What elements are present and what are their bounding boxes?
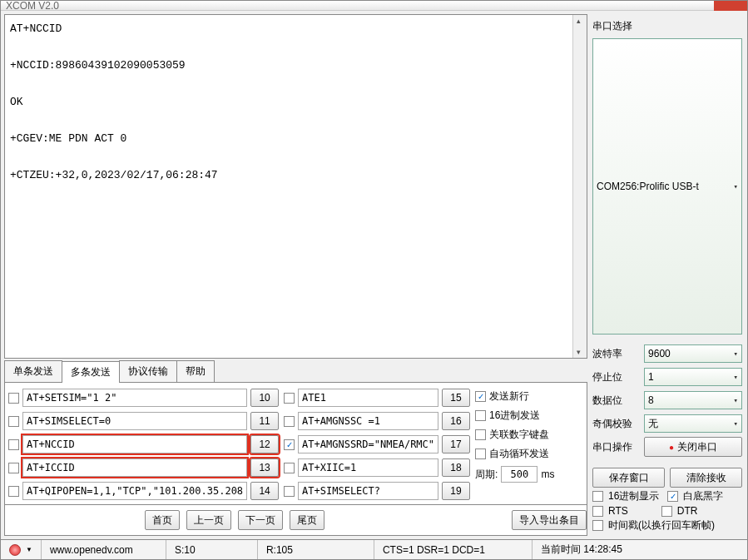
send-row: ATE115 <box>284 388 470 408</box>
lbl-hex-disp: 16进制显示 <box>608 489 659 503</box>
status-recv: R:105 <box>266 544 293 556</box>
status-time: 当前时间 14:28:45 <box>541 543 622 557</box>
lbl-hex-send: 16进制发送 <box>489 409 540 423</box>
tab-protocol[interactable]: 协议传输 <box>119 360 177 382</box>
btn-next-page[interactable]: 下一页 <box>238 510 283 530</box>
period-input[interactable] <box>501 466 537 483</box>
tab-single-send[interactable]: 单条发送 <box>4 360 62 382</box>
send-row-button[interactable]: 10 <box>250 389 279 407</box>
send-row-input[interactable]: AT+AMGNSSRD="NMEA/RMC" <box>298 435 438 453</box>
status-sent: S:10 <box>175 544 196 556</box>
tab-help[interactable]: 帮助 <box>176 360 215 382</box>
send-row: AT+QIPOPEN=1,1,"TCP","101.200.35.20814 <box>8 481 279 501</box>
stop-select[interactable]: 1 <box>644 368 742 386</box>
chk-hex-disp[interactable] <box>592 491 603 502</box>
send-row: AT+ICCID13 <box>8 458 279 478</box>
port-select[interactable]: COM256:Prolific USB-t <box>592 38 742 335</box>
output-scrollbar[interactable] <box>572 15 587 358</box>
data-select[interactable]: 8 <box>644 391 742 409</box>
send-row-checkbox[interactable] <box>8 463 19 473</box>
btn-import-export[interactable]: 导入导出条目 <box>512 510 587 530</box>
chk-newline[interactable] <box>475 391 486 402</box>
send-row-input[interactable]: AT+AMGNSSC =1 <box>298 412 438 430</box>
send-row-checkbox[interactable] <box>284 416 295 427</box>
status-dropdown-icon[interactable]: ▼ <box>26 546 32 553</box>
status-dot-icon <box>9 544 21 556</box>
multi-send-panel: AT+SETSIM="1 2"10AT+SIMSELECT=011AT+NCCI… <box>4 383 587 505</box>
lbl-op: 串口操作 <box>592 440 639 454</box>
close-icon[interactable] <box>714 1 747 11</box>
send-row-button[interactable]: 16 <box>442 412 470 430</box>
lbl-period: 周期: <box>475 468 498 482</box>
send-row-checkbox[interactable] <box>8 439 19 450</box>
title-bar: XCOM V2.0 <box>1 1 747 11</box>
parity-select[interactable]: 无 <box>644 414 742 433</box>
btn-clear-recv[interactable]: 清除接收 <box>670 468 742 488</box>
send-row-checkbox[interactable] <box>8 393 19 404</box>
highlight-box <box>339 15 572 40</box>
send-row-button[interactable]: 14 <box>250 482 279 500</box>
lbl-stop: 停止位 <box>592 370 639 384</box>
send-row-checkbox[interactable] <box>284 393 295 404</box>
send-row-checkbox[interactable] <box>8 486 19 497</box>
lbl-data: 数据位 <box>592 394 639 408</box>
lbl-rts: RTS <box>608 505 628 517</box>
chk-numpad[interactable] <box>475 429 486 440</box>
send-row-checkbox[interactable] <box>8 416 19 427</box>
output-area: AT+NCCID +NCCID:89860439102090053059 OK … <box>4 14 587 359</box>
chk-dtr[interactable] <box>661 506 672 517</box>
lbl-parity: 奇偶校验 <box>592 417 639 431</box>
send-row: AT+SIMSELECT?19 <box>284 481 470 501</box>
lbl-dtr: DTR <box>677 505 698 517</box>
send-row-input[interactable]: AT+QIPOPEN=1,1,"TCP","101.200.35.208 <box>22 482 247 500</box>
lbl-numpad: 关联数字键盘 <box>489 428 549 442</box>
send-options: 发送新行 16进制发送 关联数字键盘 自动循环发送 周期: ms <box>475 388 583 501</box>
send-row-input[interactable]: ATE1 <box>298 389 438 407</box>
chk-auto-loop[interactable] <box>475 448 486 459</box>
chk-white-bg[interactable] <box>667 491 678 502</box>
chk-timestamp[interactable] <box>592 520 603 531</box>
btn-last-page[interactable]: 尾页 <box>290 510 324 530</box>
status-url[interactable]: www.openedv.com <box>50 544 133 556</box>
serial-heading: 串口选择 <box>592 17 742 37</box>
status-signals: CTS=1 DSR=1 DCD=1 <box>383 544 485 556</box>
send-row-input[interactable]: AT+SIMSELECT=0 <box>22 412 247 430</box>
send-row: AT+SETSIM="1 2"10 <box>8 388 279 408</box>
btn-prev-page[interactable]: 上一页 <box>186 510 231 530</box>
send-row-input[interactable]: AT+XIIC=1 <box>298 458 438 477</box>
send-row-input[interactable]: AT+SETSIM="1 2" <box>22 389 247 407</box>
lbl-white-bg: 白底黑字 <box>683 489 723 503</box>
tab-multi-send[interactable]: 多条发送 <box>62 361 120 383</box>
send-row-checkbox[interactable] <box>284 463 295 473</box>
send-row: AT+XIIC=118 <box>284 458 470 478</box>
send-row-input[interactable]: AT+ICCID <box>22 458 247 477</box>
btn-close-port[interactable]: 关闭串口 <box>644 437 742 457</box>
chk-hex-send[interactable] <box>475 410 486 421</box>
lbl-timestamp: 时间戳(以换行回车断帧) <box>608 518 715 533</box>
send-row-button[interactable]: 17 <box>442 435 470 453</box>
send-row: AT+NCCID12 <box>8 434 279 454</box>
send-row-input[interactable]: AT+NCCID <box>22 435 247 453</box>
send-row: AT+AMGNSSC =116 <box>284 411 470 431</box>
nav-row: 首页 上一页 下一页 尾页 导入导出条目 <box>4 505 587 536</box>
btn-first-page[interactable]: 首页 <box>145 510 180 530</box>
lbl-auto-loop: 自动循环发送 <box>489 447 549 461</box>
btn-save-window[interactable]: 保存窗口 <box>592 468 665 488</box>
lbl-period-unit: ms <box>541 468 554 480</box>
send-row-button[interactable]: 11 <box>250 412 279 430</box>
send-row-button[interactable]: 18 <box>442 458 470 477</box>
send-row-button[interactable]: 15 <box>442 389 470 407</box>
send-row-input[interactable]: AT+SIMSELECT? <box>298 482 438 500</box>
send-row-button[interactable]: 12 <box>250 435 279 453</box>
send-row-checkbox[interactable] <box>284 486 295 497</box>
send-row-checkbox[interactable] <box>284 439 295 450</box>
send-tabs: 单条发送 多条发送 协议传输 帮助 <box>4 360 587 383</box>
serial-panel: 串口选择 COM256:Prolific USB-t 波特率9600 停止位1 … <box>591 14 744 536</box>
lbl-baud: 波特率 <box>592 347 639 361</box>
chk-rts[interactable] <box>592 506 603 517</box>
lbl-newline: 发送新行 <box>489 389 529 404</box>
send-row-button[interactable]: 19 <box>442 482 470 500</box>
send-row: AT+AMGNSSRD="NMEA/RMC"17 <box>284 434 470 454</box>
baud-select[interactable]: 9600 <box>644 344 742 363</box>
send-row-button[interactable]: 13 <box>250 458 279 477</box>
